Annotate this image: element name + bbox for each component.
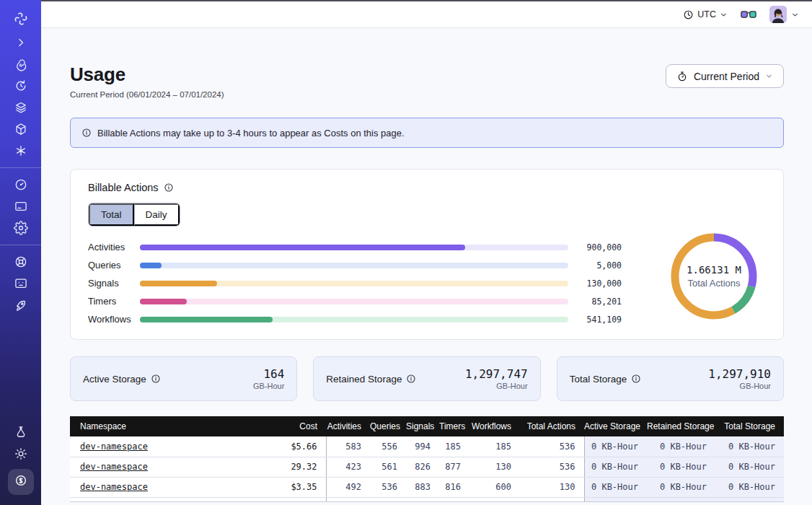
namespace-link[interactable]: dev-namespace	[80, 462, 148, 472]
gear-icon[interactable]	[14, 221, 28, 235]
column-header-queries: Queries	[370, 416, 406, 436]
table-cell	[584, 497, 647, 502]
info-icon[interactable]	[164, 183, 174, 193]
period-selector-label: Current Period	[694, 71, 759, 82]
dollar-coin-icon	[14, 473, 28, 491]
temporal-logo[interactable]	[12, 10, 30, 27]
retained-storage-card: Retained Storage1,297,747GB-Hour	[313, 356, 540, 401]
table-row: dev-namespace	[70, 497, 784, 502]
rocket-icon[interactable]	[14, 298, 28, 312]
usage-page: Usage Current Period (06/01/2024 – 07/01…	[41, 28, 812, 505]
bar-label: Queries	[88, 260, 134, 271]
table-cell	[406, 497, 439, 502]
table-cell: 556	[370, 436, 406, 457]
bar-row-activities: Activities900,000	[88, 238, 622, 256]
table-cell: 0 KB-Hour	[715, 457, 784, 477]
sidebar	[0, 0, 41, 505]
table-cell: 185	[439, 436, 469, 457]
chevron-right-icon[interactable]	[14, 35, 28, 50]
column-header-signals: Signals	[406, 416, 439, 436]
period-selector-button[interactable]: Current Period	[666, 64, 784, 88]
bar-fill	[140, 281, 217, 286]
glasses-icon[interactable]	[741, 9, 756, 20]
table-cell	[370, 497, 406, 502]
table-row: dev-namespace$5.665835569941851855360 KB…	[70, 436, 784, 457]
sidebar-divider	[0, 167, 41, 168]
namespace-usage-table: NamespaceCostActivitiesQueriesSignalsTim…	[70, 416, 784, 502]
tab-total[interactable]: Total	[89, 203, 134, 226]
clock-icon	[683, 9, 694, 20]
avatar	[769, 6, 787, 23]
info-icon[interactable]	[151, 374, 161, 384]
donut-total-value: 1.66131 M	[687, 264, 741, 276]
bar-value: 5,000	[577, 260, 622, 271]
storage-summary-row: Active Storage164GB-HourRetained Storage…	[70, 356, 784, 401]
table-cell: 816	[439, 477, 469, 497]
namespace-link[interactable]: dev-namespace	[80, 482, 148, 492]
lifebuoy-icon[interactable]	[14, 255, 28, 269]
active-storage-card: Active Storage164GB-Hour	[70, 356, 297, 401]
sun-icon[interactable]	[14, 447, 28, 461]
bar-row-workflows: Workflows541,109	[88, 310, 622, 328]
table-cell: 130	[520, 477, 584, 497]
console-icon[interactable]	[14, 276, 28, 291]
table-cell	[520, 497, 584, 502]
user-menu[interactable]	[769, 6, 799, 23]
storage-card-value: 1,297,910	[708, 367, 771, 381]
storage-card-unit: GB-Hour	[740, 382, 771, 390]
bar-row-signals: Signals130,000	[88, 274, 622, 292]
table-cell	[715, 497, 784, 502]
column-header-active-storage: Active Storage	[584, 416, 647, 436]
billable-bar-chart: Activities900,000Queries5,000Signals130,…	[88, 238, 622, 328]
bar-value: 130,000	[577, 278, 622, 289]
column-header-cost: Cost	[257, 416, 326, 436]
table-cell	[647, 497, 715, 502]
bar-label: Activities	[88, 242, 134, 252]
table-row: dev-namespace$3.354925368838166001300 KB…	[70, 477, 784, 497]
table-cell	[257, 497, 326, 502]
info-icon[interactable]	[406, 374, 416, 384]
timezone-selector[interactable]: UTC	[683, 9, 728, 20]
column-header-retained-storage: Retained Storage	[647, 416, 715, 436]
history-clock-icon[interactable]	[14, 79, 28, 93]
tab-daily[interactable]: Daily	[134, 203, 180, 226]
table-cell: 492	[326, 477, 370, 497]
namespace-cell: dev-namespace	[70, 497, 257, 502]
namespace-link[interactable]: dev-namespace	[80, 442, 148, 452]
bar-track	[140, 245, 568, 250]
table-cell: 423	[326, 457, 370, 477]
column-header-activities: Activities	[326, 416, 370, 436]
table-cell	[469, 497, 520, 502]
table-row: dev-namespace29.324235618268771305360 KB…	[70, 457, 784, 477]
asterisk-icon[interactable]	[14, 144, 28, 158]
bar-track	[140, 281, 568, 286]
table-cell: 0 KB-Hour	[715, 477, 784, 497]
namespace-cell: dev-namespace	[70, 457, 257, 477]
flask-icon[interactable]	[14, 425, 28, 439]
bar-label: Timers	[88, 296, 134, 307]
table-cell: $3.35	[257, 477, 326, 497]
table-cell: 536	[520, 436, 584, 457]
layers-icon[interactable]	[14, 100, 28, 115]
spiral-icon[interactable]	[14, 57, 28, 71]
bar-label: Signals	[88, 278, 134, 289]
gauge-icon[interactable]	[14, 177, 28, 192]
table-cell: 994	[406, 436, 439, 457]
column-header-namespace: Namespace	[70, 416, 257, 436]
bar-fill	[140, 299, 187, 304]
table-cell: 826	[406, 457, 439, 477]
page-subtitle: Current Period (06/01/2024 – 07/01/2024)	[70, 90, 224, 99]
cube-icon[interactable]	[14, 122, 28, 136]
info-icon	[81, 128, 92, 138]
namespace-cell: dev-namespace	[70, 477, 257, 497]
timezone-label: UTC	[697, 9, 716, 19]
table-cell: 600	[469, 477, 520, 497]
credit-card-icon[interactable]	[14, 199, 28, 214]
table-cell: 29.32	[257, 457, 326, 477]
billing-coin-button[interactable]	[8, 469, 34, 495]
info-icon[interactable]	[631, 374, 641, 384]
table-cell: 536	[370, 477, 406, 497]
table-cell: 0 KB-Hour	[584, 436, 647, 457]
table-cell: 0 KB-Hour	[647, 436, 715, 457]
stopwatch-icon	[676, 71, 688, 82]
